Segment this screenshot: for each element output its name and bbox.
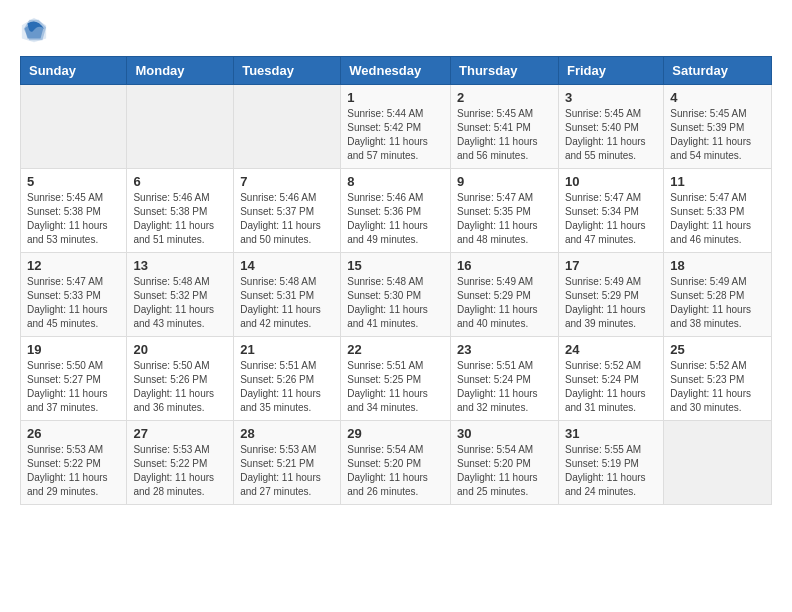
day-info: Sunrise: 5:54 AM Sunset: 5:20 PM Dayligh… — [347, 443, 444, 499]
day-info: Sunrise: 5:50 AM Sunset: 5:27 PM Dayligh… — [27, 359, 120, 415]
day-number: 13 — [133, 258, 227, 273]
day-cell: 4Sunrise: 5:45 AM Sunset: 5:39 PM Daylig… — [664, 85, 772, 169]
day-number: 17 — [565, 258, 657, 273]
day-number: 26 — [27, 426, 120, 441]
day-number: 24 — [565, 342, 657, 357]
day-cell: 3Sunrise: 5:45 AM Sunset: 5:40 PM Daylig… — [558, 85, 663, 169]
week-row-3: 19Sunrise: 5:50 AM Sunset: 5:27 PM Dayli… — [21, 337, 772, 421]
day-number: 10 — [565, 174, 657, 189]
day-info: Sunrise: 5:51 AM Sunset: 5:25 PM Dayligh… — [347, 359, 444, 415]
day-info: Sunrise: 5:51 AM Sunset: 5:26 PM Dayligh… — [240, 359, 334, 415]
day-cell: 31Sunrise: 5:55 AM Sunset: 5:19 PM Dayli… — [558, 421, 663, 505]
day-cell: 20Sunrise: 5:50 AM Sunset: 5:26 PM Dayli… — [127, 337, 234, 421]
day-info: Sunrise: 5:52 AM Sunset: 5:24 PM Dayligh… — [565, 359, 657, 415]
week-row-0: 1Sunrise: 5:44 AM Sunset: 5:42 PM Daylig… — [21, 85, 772, 169]
day-number: 27 — [133, 426, 227, 441]
day-info: Sunrise: 5:45 AM Sunset: 5:41 PM Dayligh… — [457, 107, 552, 163]
day-info: Sunrise: 5:47 AM Sunset: 5:34 PM Dayligh… — [565, 191, 657, 247]
day-cell: 30Sunrise: 5:54 AM Sunset: 5:20 PM Dayli… — [451, 421, 559, 505]
day-cell: 5Sunrise: 5:45 AM Sunset: 5:38 PM Daylig… — [21, 169, 127, 253]
day-cell: 8Sunrise: 5:46 AM Sunset: 5:36 PM Daylig… — [341, 169, 451, 253]
day-info: Sunrise: 5:45 AM Sunset: 5:40 PM Dayligh… — [565, 107, 657, 163]
day-info: Sunrise: 5:45 AM Sunset: 5:39 PM Dayligh… — [670, 107, 765, 163]
day-info: Sunrise: 5:54 AM Sunset: 5:20 PM Dayligh… — [457, 443, 552, 499]
day-number: 21 — [240, 342, 334, 357]
day-cell — [234, 85, 341, 169]
day-cell: 24Sunrise: 5:52 AM Sunset: 5:24 PM Dayli… — [558, 337, 663, 421]
week-row-1: 5Sunrise: 5:45 AM Sunset: 5:38 PM Daylig… — [21, 169, 772, 253]
logo — [20, 16, 50, 44]
day-number: 5 — [27, 174, 120, 189]
day-number: 9 — [457, 174, 552, 189]
day-cell: 21Sunrise: 5:51 AM Sunset: 5:26 PM Dayli… — [234, 337, 341, 421]
weekday-header-wednesday: Wednesday — [341, 57, 451, 85]
weekday-header-saturday: Saturday — [664, 57, 772, 85]
day-cell — [664, 421, 772, 505]
day-info: Sunrise: 5:46 AM Sunset: 5:38 PM Dayligh… — [133, 191, 227, 247]
weekday-header-monday: Monday — [127, 57, 234, 85]
day-info: Sunrise: 5:53 AM Sunset: 5:22 PM Dayligh… — [27, 443, 120, 499]
day-info: Sunrise: 5:53 AM Sunset: 5:22 PM Dayligh… — [133, 443, 227, 499]
day-info: Sunrise: 5:49 AM Sunset: 5:29 PM Dayligh… — [565, 275, 657, 331]
day-cell: 29Sunrise: 5:54 AM Sunset: 5:20 PM Dayli… — [341, 421, 451, 505]
day-info: Sunrise: 5:55 AM Sunset: 5:19 PM Dayligh… — [565, 443, 657, 499]
day-number: 1 — [347, 90, 444, 105]
day-number: 6 — [133, 174, 227, 189]
day-cell: 14Sunrise: 5:48 AM Sunset: 5:31 PM Dayli… — [234, 253, 341, 337]
header — [20, 16, 772, 44]
day-number: 22 — [347, 342, 444, 357]
day-cell: 22Sunrise: 5:51 AM Sunset: 5:25 PM Dayli… — [341, 337, 451, 421]
day-cell: 11Sunrise: 5:47 AM Sunset: 5:33 PM Dayli… — [664, 169, 772, 253]
day-info: Sunrise: 5:51 AM Sunset: 5:24 PM Dayligh… — [457, 359, 552, 415]
day-number: 8 — [347, 174, 444, 189]
day-number: 30 — [457, 426, 552, 441]
day-info: Sunrise: 5:46 AM Sunset: 5:36 PM Dayligh… — [347, 191, 444, 247]
weekday-header-row: SundayMondayTuesdayWednesdayThursdayFrid… — [21, 57, 772, 85]
day-number: 14 — [240, 258, 334, 273]
day-cell — [127, 85, 234, 169]
day-number: 16 — [457, 258, 552, 273]
page: SundayMondayTuesdayWednesdayThursdayFrid… — [0, 0, 792, 525]
day-number: 15 — [347, 258, 444, 273]
day-info: Sunrise: 5:47 AM Sunset: 5:33 PM Dayligh… — [670, 191, 765, 247]
day-cell: 10Sunrise: 5:47 AM Sunset: 5:34 PM Dayli… — [558, 169, 663, 253]
calendar: SundayMondayTuesdayWednesdayThursdayFrid… — [20, 56, 772, 505]
weekday-header-friday: Friday — [558, 57, 663, 85]
weekday-header-thursday: Thursday — [451, 57, 559, 85]
day-info: Sunrise: 5:45 AM Sunset: 5:38 PM Dayligh… — [27, 191, 120, 247]
day-number: 20 — [133, 342, 227, 357]
day-cell: 19Sunrise: 5:50 AM Sunset: 5:27 PM Dayli… — [21, 337, 127, 421]
day-number: 23 — [457, 342, 552, 357]
week-row-4: 26Sunrise: 5:53 AM Sunset: 5:22 PM Dayli… — [21, 421, 772, 505]
day-number: 31 — [565, 426, 657, 441]
day-cell: 9Sunrise: 5:47 AM Sunset: 5:35 PM Daylig… — [451, 169, 559, 253]
day-cell — [21, 85, 127, 169]
day-cell: 25Sunrise: 5:52 AM Sunset: 5:23 PM Dayli… — [664, 337, 772, 421]
day-info: Sunrise: 5:49 AM Sunset: 5:29 PM Dayligh… — [457, 275, 552, 331]
day-cell: 16Sunrise: 5:49 AM Sunset: 5:29 PM Dayli… — [451, 253, 559, 337]
day-number: 7 — [240, 174, 334, 189]
day-number: 12 — [27, 258, 120, 273]
day-number: 29 — [347, 426, 444, 441]
day-number: 11 — [670, 174, 765, 189]
day-info: Sunrise: 5:48 AM Sunset: 5:32 PM Dayligh… — [133, 275, 227, 331]
day-cell: 2Sunrise: 5:45 AM Sunset: 5:41 PM Daylig… — [451, 85, 559, 169]
day-cell: 13Sunrise: 5:48 AM Sunset: 5:32 PM Dayli… — [127, 253, 234, 337]
day-cell: 6Sunrise: 5:46 AM Sunset: 5:38 PM Daylig… — [127, 169, 234, 253]
day-cell: 15Sunrise: 5:48 AM Sunset: 5:30 PM Dayli… — [341, 253, 451, 337]
day-info: Sunrise: 5:48 AM Sunset: 5:31 PM Dayligh… — [240, 275, 334, 331]
week-row-2: 12Sunrise: 5:47 AM Sunset: 5:33 PM Dayli… — [21, 253, 772, 337]
logo-icon — [20, 16, 48, 44]
weekday-header-sunday: Sunday — [21, 57, 127, 85]
weekday-header-tuesday: Tuesday — [234, 57, 341, 85]
day-cell: 23Sunrise: 5:51 AM Sunset: 5:24 PM Dayli… — [451, 337, 559, 421]
day-info: Sunrise: 5:53 AM Sunset: 5:21 PM Dayligh… — [240, 443, 334, 499]
day-info: Sunrise: 5:47 AM Sunset: 5:35 PM Dayligh… — [457, 191, 552, 247]
day-cell: 17Sunrise: 5:49 AM Sunset: 5:29 PM Dayli… — [558, 253, 663, 337]
day-cell: 28Sunrise: 5:53 AM Sunset: 5:21 PM Dayli… — [234, 421, 341, 505]
day-cell: 26Sunrise: 5:53 AM Sunset: 5:22 PM Dayli… — [21, 421, 127, 505]
day-info: Sunrise: 5:46 AM Sunset: 5:37 PM Dayligh… — [240, 191, 334, 247]
day-info: Sunrise: 5:47 AM Sunset: 5:33 PM Dayligh… — [27, 275, 120, 331]
day-info: Sunrise: 5:44 AM Sunset: 5:42 PM Dayligh… — [347, 107, 444, 163]
day-info: Sunrise: 5:50 AM Sunset: 5:26 PM Dayligh… — [133, 359, 227, 415]
